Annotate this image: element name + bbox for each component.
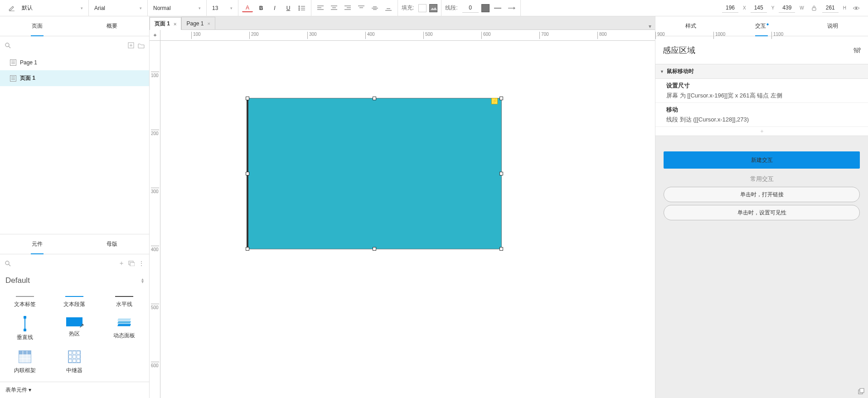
bullet-list-button[interactable] (296, 3, 307, 14)
interaction-bolt-icon[interactable]: ⚡ (491, 98, 498, 104)
align-center-button[interactable] (329, 3, 339, 14)
close-icon[interactable]: × (208, 21, 210, 26)
underline-button[interactable]: U (283, 3, 294, 14)
sort-icon: ▴▾ (141, 278, 144, 283)
lib-category-header[interactable]: Default ▴▾ (0, 272, 149, 289)
dot-indicator: • (766, 20, 769, 29)
action-set-size[interactable]: 设置尺寸 屏幕 为 [[Cursor.x-196]]宽 x 261高 锚点 左侧 (655, 79, 868, 103)
svg-point-26 (5, 43, 9, 47)
resize-handle-mr[interactable] (499, 172, 503, 175)
resize-handle-bc[interactable] (373, 247, 376, 251)
stroke-style-button[interactable] (492, 3, 503, 14)
action-title: 移动 (666, 106, 861, 114)
edit-style-icon[interactable] (6, 3, 17, 14)
lock-aspect-icon[interactable] (809, 3, 820, 14)
tab-style[interactable]: 样式 (655, 16, 726, 36)
style-select[interactable]: 默认 ▾ (20, 3, 85, 13)
library-panel: 元件 母版 ＋ ⋮ Default ▴▾ (0, 234, 149, 398)
widget-dynamic-panel[interactable]: 动态面板 (99, 313, 149, 346)
widget-vline[interactable]: 垂直线 (0, 313, 50, 346)
tab-notes[interactable]: 说明 (797, 16, 868, 36)
align-right-button[interactable] (342, 3, 353, 14)
search-icon (5, 260, 11, 267)
lib-search-input[interactable] (15, 260, 115, 267)
new-interaction-button[interactable]: 新建交互 (664, 151, 860, 169)
event-header[interactable]: ▼ 鼠标移动时 (655, 64, 868, 79)
svg-point-31 (5, 261, 9, 265)
add-page-icon[interactable] (128, 42, 134, 49)
pos-x-input[interactable] (722, 4, 738, 13)
italic-button[interactable]: I (269, 3, 280, 14)
resize-handle-tc[interactable] (373, 97, 376, 100)
text-color-button[interactable]: A (242, 4, 253, 12)
valign-middle-button[interactable] (369, 3, 380, 14)
widget-hotzone[interactable]: 热区 (50, 313, 100, 346)
tab-interact[interactable]: 交互• (726, 16, 797, 36)
font-family-select[interactable]: Arial ▾ (92, 4, 144, 12)
widget-hline[interactable]: 水平线 (99, 291, 149, 313)
stroke-width-input[interactable] (462, 4, 479, 13)
tab-pages[interactable]: 页面 (0, 16, 75, 36)
resize-handle-br[interactable] (499, 247, 503, 251)
widget-text-label[interactable]: 文本标签 (0, 291, 50, 313)
action-move[interactable]: 移动 线段 到达 ([[Cursor.x-128]],273) (655, 103, 868, 127)
common-interactions-label: 常用交互 (655, 175, 868, 183)
right-header: 感应区域 (655, 36, 868, 64)
size-w-input[interactable] (779, 4, 795, 13)
bold-button[interactable]: B (256, 3, 267, 14)
svg-point-40 (858, 48, 860, 50)
size-h-input[interactable] (822, 4, 839, 13)
lib-name: Default (5, 276, 138, 285)
resize-handle-tl[interactable] (246, 97, 249, 100)
lib-more-icon[interactable] (128, 261, 135, 266)
fill-color-swatch[interactable] (418, 4, 427, 12)
resize-handle-ml[interactable] (246, 172, 249, 175)
tab-notes-label: 说明 (827, 22, 838, 30)
preset-open-link[interactable]: 单击时，打开链接 (664, 187, 860, 202)
preset-set-visibility[interactable]: 单击时，设置可见性 (664, 205, 860, 220)
fill-image-swatch[interactable] (429, 4, 437, 12)
restore-panel-icon[interactable] (858, 388, 864, 394)
svg-point-36 (854, 49, 856, 50)
tree-item-page1-cn[interactable]: 页面 1 (0, 70, 149, 86)
align-left-button[interactable] (315, 3, 326, 14)
visibility-icon[interactable] (851, 3, 862, 14)
tab-outline[interactable]: 概要 (75, 16, 150, 36)
widget-iframe[interactable]: 内联框架 (0, 346, 50, 379)
page-tab-2[interactable]: Page 1 × (181, 17, 215, 29)
close-icon[interactable]: × (174, 21, 176, 27)
add-action-line[interactable]: ＋ (655, 127, 868, 136)
page-name: 页面 1 (20, 74, 35, 82)
action-desc: 屏幕 为 [[Cursor.x-196]]宽 x 261高 锚点 左侧 (666, 92, 861, 100)
action-desc: 线段 到达 ([[Cursor.x-128]],273) (666, 116, 861, 124)
selection-title: 感应区域 (663, 45, 849, 56)
ruler-corner[interactable]: ✦ (150, 30, 160, 41)
valign-bottom-button[interactable] (383, 3, 394, 14)
stroke-color-swatch[interactable] (481, 4, 490, 12)
font-size-select[interactable]: 13 ▾ (210, 4, 234, 12)
arrow-style-button[interactable] (506, 3, 517, 14)
page-tab-1[interactable]: 页面 1 × (150, 17, 181, 30)
add-folder-icon[interactable] (138, 43, 145, 49)
add-lib-icon[interactable]: ＋ (118, 259, 125, 267)
widget-text-paragraph[interactable]: 文本段落 (50, 291, 100, 313)
tabs-menu-icon[interactable]: ▾ (645, 23, 655, 29)
preset-label: 单击时，打开链接 (740, 191, 784, 199)
settings-icon[interactable] (853, 47, 861, 54)
left-upper-tabs: 页面 概要 (0, 16, 149, 36)
valign-top-button[interactable] (356, 3, 367, 14)
pos-y-input[interactable] (751, 4, 767, 13)
resize-handle-tr[interactable] (499, 97, 503, 100)
lib-menu-icon[interactable]: ⋮ (138, 260, 145, 267)
font-weight-select[interactable]: Normal ▾ (151, 4, 203, 12)
page-search-input[interactable] (15, 42, 124, 49)
resize-handle-bl[interactable] (246, 247, 249, 251)
tab-masters[interactable]: 母版 (75, 234, 150, 254)
widget-repeater[interactable]: 中继器 (50, 346, 100, 379)
tree-item-page1[interactable]: Page 1 (0, 54, 149, 70)
canvas[interactable]: ⚡ (160, 41, 655, 398)
selected-shape[interactable]: ⚡ (247, 98, 502, 249)
tab-components[interactable]: 元件 (0, 234, 75, 254)
right-panel: 样式 交互• 说明 感应区域 ▼ 鼠标移动时 设置尺寸 屏幕 为 [[Curso… (655, 16, 868, 398)
form-widgets-row[interactable]: 表单元件 ▾ (0, 382, 149, 398)
